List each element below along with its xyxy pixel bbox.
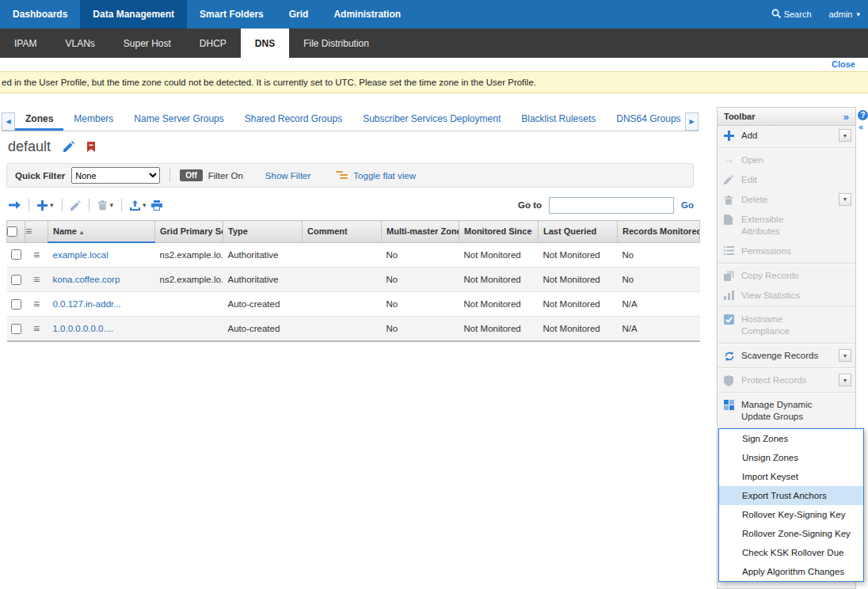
global-search[interactable]: Search bbox=[771, 9, 812, 20]
filter-toggle-badge[interactable]: Off bbox=[180, 169, 202, 181]
menu-item-check-ksk-rollover-due[interactable]: Check KSK Rollover Due bbox=[719, 543, 863, 562]
row-checkbox[interactable] bbox=[11, 324, 21, 334]
export-icon[interactable]: ▾ bbox=[130, 200, 147, 211]
toolbar-item-manage-dynamic-update-groups[interactable]: Manage Dynamic Update Groups bbox=[718, 395, 855, 427]
restart-services-icon[interactable] bbox=[9, 200, 21, 210]
column-header-grid-primary[interactable]: Grid Primary Se... bbox=[155, 221, 223, 243]
toolbar-item-add[interactable]: Add ▾ bbox=[718, 126, 855, 146]
nav-item-dashboards[interactable]: Dashboards bbox=[0, 0, 80, 28]
tab-subscriber-services-deployment[interactable]: Subscriber Services Deployment bbox=[352, 108, 511, 131]
cell-grid-primary bbox=[155, 317, 223, 342]
subnav-item-super-host[interactable]: Super Host bbox=[109, 28, 185, 58]
tab-scroll-left-button[interactable]: ◀ bbox=[2, 112, 15, 131]
toolbar-item-view-statistics: View Statistics bbox=[718, 286, 855, 306]
divider bbox=[718, 343, 855, 344]
panel-collapse-icon[interactable]: « bbox=[858, 122, 863, 131]
help-icon[interactable]: ? bbox=[858, 110, 868, 120]
cell-last-queried: Not Monitored bbox=[539, 268, 618, 292]
divider bbox=[718, 392, 855, 393]
quick-filter-bar: Quick Filter None Off Filter On Show Fil… bbox=[6, 163, 694, 188]
zone-link[interactable]: kona.coffee.corp bbox=[53, 275, 120, 284]
zones-table: ≡ Name▴ Grid Primary Se... Type Comment … bbox=[6, 220, 700, 342]
tab-dns64-groups[interactable]: DNS64 Groups bbox=[606, 108, 685, 131]
show-filter-link[interactable]: Show Filter bbox=[265, 171, 311, 180]
goto-group: Go to Go bbox=[518, 197, 694, 214]
select-all-checkbox[interactable] bbox=[7, 226, 17, 237]
tab-zones[interactable]: Zones bbox=[15, 108, 63, 131]
subnav-item-ipam[interactable]: IPAM bbox=[0, 28, 51, 58]
menu-item-rollover-key-signing-key[interactable]: Rollover Key-Signing Key bbox=[719, 505, 863, 524]
bookmark-icon[interactable] bbox=[87, 142, 95, 152]
row-menu-icon[interactable]: ≡ bbox=[33, 298, 40, 310]
add-dropdown-caret[interactable]: ▾ bbox=[839, 129, 851, 142]
open-arrow-icon: → bbox=[724, 154, 738, 165]
tab-shared-record-groups[interactable]: Shared Record Groups bbox=[234, 108, 352, 131]
cell-last-queried: Not Monitored bbox=[539, 242, 618, 268]
edit-view-icon[interactable] bbox=[63, 141, 74, 152]
chart-icon bbox=[724, 290, 738, 300]
nav-item-administration[interactable]: Administration bbox=[321, 0, 413, 28]
goto-button[interactable]: Go bbox=[681, 200, 694, 210]
help-glyph: ? bbox=[860, 111, 865, 120]
sub-nav: IPAM VLANs Super Host DHCP DNS File Dist… bbox=[0, 28, 868, 58]
user-menu[interactable]: admin ▾ bbox=[829, 10, 861, 19]
nav-item-smart-folders[interactable]: Smart Folders bbox=[187, 0, 276, 28]
menu-item-sign-zones[interactable]: Sign Zones bbox=[719, 429, 863, 448]
print-icon[interactable] bbox=[151, 200, 162, 211]
column-header-monitored-since[interactable]: Monitored Since bbox=[459, 221, 539, 243]
row-menu-icon[interactable]: ≡ bbox=[33, 322, 40, 335]
subnav-item-file-distribution[interactable]: File Distribution bbox=[289, 28, 383, 58]
protect-dropdown-caret: ▾ bbox=[839, 374, 851, 386]
column-header-name[interactable]: Name▴ bbox=[48, 221, 155, 243]
subnav-item-dns[interactable]: DNS bbox=[241, 28, 289, 58]
column-header-comment[interactable]: Comment bbox=[303, 221, 382, 243]
page-title: default bbox=[8, 139, 51, 155]
banner-close-link[interactable]: Close bbox=[832, 59, 855, 69]
panel-expand-icon[interactable]: » bbox=[843, 111, 849, 123]
divider bbox=[89, 199, 89, 211]
nav-item-data-management[interactable]: Data Management bbox=[80, 0, 187, 28]
row-checkbox[interactable] bbox=[11, 275, 21, 285]
divider bbox=[718, 367, 855, 369]
divider bbox=[121, 199, 122, 211]
chevron-down-icon: ▾ bbox=[843, 132, 847, 139]
toolbar-item-label: Add bbox=[741, 130, 757, 142]
row-checkbox[interactable] bbox=[11, 249, 21, 260]
row-menu-icon[interactable]: ≡ bbox=[33, 249, 40, 261]
tab-blacklist-rulesets[interactable]: Blacklist Rulesets bbox=[511, 108, 606, 131]
menu-item-export-trust-anchors[interactable]: Export Trust Anchors bbox=[719, 486, 863, 505]
zone-link[interactable]: example.local bbox=[53, 250, 108, 260]
menu-item-import-keyset[interactable]: Import Keyset bbox=[719, 467, 863, 486]
menu-item-unsign-zones[interactable]: Unsign Zones bbox=[719, 448, 863, 467]
toggle-flat-view-link[interactable]: Toggle flat view bbox=[353, 171, 416, 180]
scavenge-dropdown-caret[interactable]: ▾ bbox=[839, 349, 851, 362]
column-header-last-queried[interactable]: Last Queried bbox=[539, 221, 618, 243]
cell-multi-master: No bbox=[382, 268, 459, 292]
chevron-down-icon: ▾ bbox=[110, 201, 114, 209]
toolbar-item-scavenge-records[interactable]: Scavenge Records ▾ bbox=[718, 346, 855, 366]
subnav-item-dhcp[interactable]: DHCP bbox=[185, 28, 241, 58]
column-header-records-monitored[interactable]: Records Monitored bbox=[618, 221, 700, 243]
menu-item-rollover-zone-signing-key[interactable]: Rollover Zone-Signing Key bbox=[719, 524, 863, 543]
goto-input[interactable] bbox=[549, 197, 674, 214]
cell-records-monitored: N/A bbox=[618, 317, 700, 342]
tab-name-server-groups[interactable]: Name Server Groups bbox=[124, 108, 234, 131]
nav-item-grid[interactable]: Grid bbox=[276, 0, 322, 28]
grid-icon bbox=[724, 399, 738, 410]
zone-link[interactable]: 0.0.127.in-addr... bbox=[53, 299, 121, 309]
add-icon[interactable]: ▾ bbox=[37, 200, 54, 211]
column-header-type[interactable]: Type bbox=[223, 221, 303, 243]
cell-multi-master: No bbox=[382, 292, 459, 317]
subnav-item-vlans[interactable]: VLANs bbox=[51, 28, 108, 58]
column-header-multi-master[interactable]: Multi-master Zone bbox=[382, 221, 459, 243]
zone-link[interactable]: 1.0.0.0.0.0.0.... bbox=[53, 324, 114, 333]
row-menu-icon[interactable]: ≡ bbox=[33, 273, 40, 286]
quick-filter-select[interactable]: None bbox=[71, 167, 160, 184]
cell-monitored-since: Not Monitored bbox=[459, 268, 539, 292]
top-nav-right: Search admin ▾ bbox=[771, 0, 868, 28]
tab-scroll-right-button[interactable]: ▶ bbox=[685, 112, 699, 131]
row-checkbox[interactable] bbox=[11, 299, 21, 310]
menu-item-apply-algorithm-changes[interactable]: Apply Algorithm Changes bbox=[719, 562, 863, 581]
column-label: Name bbox=[53, 226, 77, 236]
tab-members[interactable]: Members bbox=[63, 108, 124, 131]
